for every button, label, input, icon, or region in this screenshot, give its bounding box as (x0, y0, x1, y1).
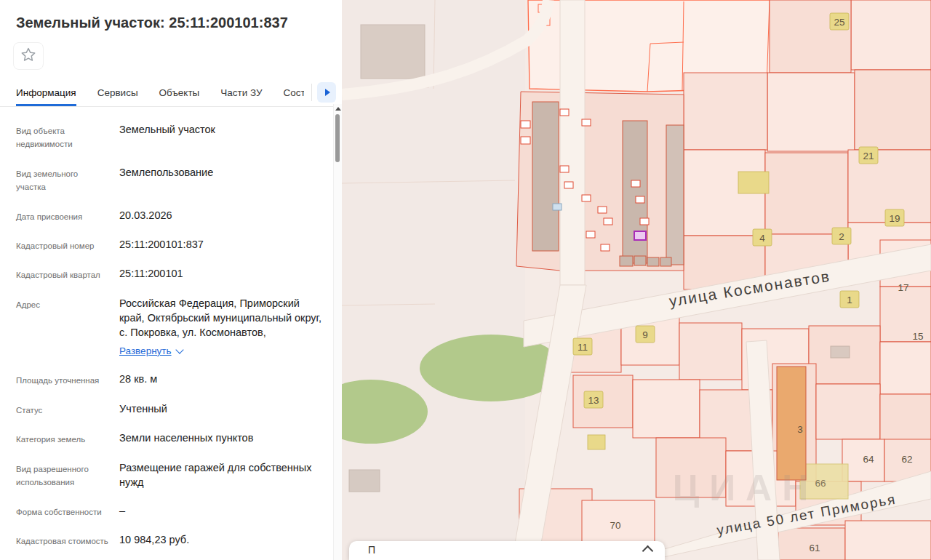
field-label: Кадастровая стоимость (16, 532, 119, 548)
parcel-number-label: 64 (863, 454, 874, 465)
field-row: СтатусУчтенный (16, 401, 327, 417)
tab-1[interactable]: Информация (16, 79, 76, 106)
chevron-down-icon (175, 345, 183, 353)
parcel-number-label: 3 (797, 424, 803, 435)
address-expand-link[interactable]: Развернуть (119, 345, 183, 359)
field-label: Адрес (16, 296, 119, 311)
building (553, 204, 562, 210)
bottom-bar-label: П (368, 544, 375, 556)
info-panel-content: Вид объекта недвижимостиЗемельный участо… (0, 104, 333, 560)
building (349, 470, 380, 492)
field-value: Размещение гаражей для собственных нужд (119, 460, 327, 489)
building-orange (777, 367, 806, 480)
field-value: 25:11:200101 (119, 266, 183, 281)
parcel-number-label: 25 (834, 17, 844, 28)
tabs-more-button[interactable] (317, 82, 336, 103)
map-canvas[interactable]: ЦИАН 25211942117159111336462667061 улица… (342, 0, 931, 560)
field-value: Землепользование (119, 165, 213, 180)
field-label: Вид земельного участка (16, 165, 119, 194)
watermark: ЦИАН (673, 468, 819, 508)
field-label: Форма собственности (16, 503, 119, 519)
field-row: Кадастровый квартал25:11:200101 (16, 266, 327, 281)
selected-parcel-highlight[interactable] (634, 231, 646, 240)
field-row: АдресРоссийская Федерация, Приморский кр… (16, 296, 327, 359)
tab-list: ИнформацияСервисыОбъектыЧасти ЗУСостав (16, 79, 304, 106)
parcel-number-label: 9 (642, 329, 648, 340)
field-value: 20.03.2026 (119, 208, 172, 223)
field-row: Дата присвоения20.03.2026 (16, 208, 327, 223)
field-row: Вид разрешенного использованияРазмещение… (16, 460, 327, 489)
parcel-number-label: 2 (839, 231, 844, 242)
field-value: – (119, 503, 125, 518)
scroll-up-icon[interactable] (335, 107, 341, 111)
field-label: Вид разрешенного использования (16, 460, 119, 489)
field-value: Учтенный (119, 401, 167, 416)
parcel-number-label: 21 (863, 151, 874, 161)
tab-bar-divider (311, 84, 312, 101)
star-icon (20, 47, 36, 65)
parcel-number-label: 1 (847, 295, 852, 305)
map-bottom-bar[interactable]: П (349, 541, 665, 560)
parcel-number-label: 62 (901, 454, 912, 465)
field-row: Площадь уточненная28 кв. м (16, 372, 327, 387)
field-row: Категория земельЗемли населенных пунктов (16, 431, 327, 446)
chevron-up-icon[interactable] (642, 545, 654, 557)
field-value: Российская Федерация, Приморский край, О… (119, 296, 327, 359)
parcel-number-label: 61 (809, 543, 820, 553)
field-label: Кадастровый квартал (16, 266, 119, 281)
field-label: Статус (16, 401, 119, 417)
parcel-number-label: 17 (898, 282, 908, 293)
tab-bar: ИнформацияСервисыОбъектыЧасти ЗУСостав (0, 79, 342, 107)
field-value: 10 984,23 руб. (119, 532, 189, 547)
field-row: Кадастровая стоимость10 984,23 руб. (16, 532, 327, 548)
info-panel: Земельный участок: 25:11:200101:837 Инфо… (0, 0, 342, 560)
field-label: Категория земель (16, 431, 119, 446)
parcel-number-label: 15 (912, 331, 923, 342)
vegetation-area (420, 335, 562, 401)
chevron-right-icon (325, 89, 330, 96)
tab-5[interactable]: Состав (284, 79, 304, 106)
field-row: Вид земельного участкаЗемлепользование (16, 165, 327, 194)
parcel-number-label: 70 (610, 520, 620, 531)
field-value: Земельный участок (119, 122, 215, 137)
tab-2[interactable]: Сервисы (97, 79, 138, 106)
field-label: Площадь уточненная (16, 372, 119, 387)
field-label: Вид объекта недвижимости (16, 122, 119, 151)
cadastral-map[interactable]: ЦИАН 25211942117159111336462667061 улица… (342, 0, 931, 560)
building-footprint (738, 172, 769, 193)
field-list: Вид объекта недвижимостиЗемельный участо… (16, 122, 327, 548)
parcel-number-label: 66 (815, 478, 826, 489)
building (361, 25, 425, 79)
field-row: Вид объекта недвижимостиЗемельный участо… (16, 122, 327, 151)
parcel-number-label: 4 (759, 233, 765, 244)
building-footprint (588, 435, 605, 449)
building (831, 346, 850, 358)
scrollbar-thumb[interactable] (335, 114, 340, 162)
page-title: Земельный участок: 25:11:200101:837 (0, 0, 342, 32)
tab-4[interactable]: Части ЗУ (220, 79, 262, 106)
tab-3[interactable]: Объекты (159, 79, 200, 106)
field-label: Кадастровый номер (16, 237, 119, 252)
panel-scrollbar[interactable] (333, 104, 342, 560)
field-value: 25:11:200101:837 (119, 237, 204, 252)
parcel-number-label: 13 (588, 395, 599, 406)
parcel-number-label: 11 (578, 342, 588, 353)
field-label: Дата присвоения (16, 208, 119, 223)
field-row: Кадастровый номер25:11:200101:837 (16, 237, 327, 252)
field-value: 28 кв. м (119, 372, 157, 386)
favorite-button[interactable] (13, 42, 44, 70)
field-value: Земли населенных пунктов (119, 431, 253, 445)
field-row: Форма собственности– (16, 503, 327, 519)
parcel-number-label: 19 (889, 213, 900, 224)
